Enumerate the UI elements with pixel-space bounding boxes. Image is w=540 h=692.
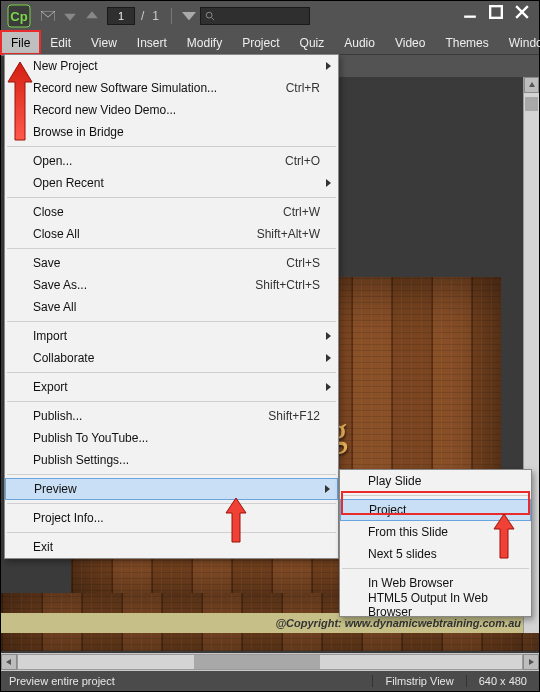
- status-dimensions: 640 x 480: [467, 675, 539, 687]
- file-publish-youtube[interactable]: Publish To YouTube...: [5, 427, 338, 449]
- file-publish-settings[interactable]: Publish Settings...: [5, 449, 338, 471]
- file-open[interactable]: Open...Ctrl+O: [5, 150, 338, 172]
- chevron-right-icon: [324, 351, 332, 365]
- preview-project[interactable]: Project: [340, 499, 531, 521]
- app-logo-icon: Cp: [7, 4, 31, 28]
- scroll-right-icon[interactable]: [523, 654, 539, 670]
- file-export[interactable]: Export: [5, 376, 338, 398]
- file-exit[interactable]: Exit: [5, 536, 338, 558]
- menu-modify[interactable]: Modify: [177, 31, 232, 54]
- mail-icon[interactable]: [41, 9, 55, 23]
- toolbar-separator: [171, 8, 172, 24]
- title-bar: Cp 1 / 1: [1, 1, 539, 31]
- svg-rect-6: [490, 6, 502, 18]
- status-left: Preview entire project: [1, 675, 123, 687]
- file-save-as[interactable]: Save As...Shift+Ctrl+S: [5, 274, 338, 296]
- arrow-up-icon[interactable]: [85, 9, 99, 23]
- minimize-button[interactable]: [463, 5, 477, 19]
- menubar: File Edit View Insert Modify Project Qui…: [1, 31, 539, 55]
- file-save-all[interactable]: Save All: [5, 296, 338, 318]
- svg-rect-5: [464, 16, 476, 18]
- chevron-right-icon: [323, 482, 331, 496]
- close-button[interactable]: [515, 5, 529, 19]
- chevron-right-icon: [324, 59, 332, 73]
- preview-submenu: Play Slide Project From this Slide Next …: [339, 469, 532, 617]
- svg-text:Cp: Cp: [10, 9, 27, 24]
- chevron-right-icon: [324, 329, 332, 343]
- preview-from-slide[interactable]: From this Slide: [340, 521, 531, 543]
- preview-next5[interactable]: Next 5 slides: [340, 543, 531, 565]
- menu-project[interactable]: Project: [232, 31, 289, 54]
- page-sep: /: [141, 9, 144, 23]
- menu-window[interactable]: Window: [499, 31, 540, 54]
- scroll-thumb[interactable]: [525, 97, 538, 111]
- file-project-info[interactable]: Project Info...: [5, 507, 338, 529]
- file-menu: New Project Record new Software Simulati…: [4, 54, 339, 559]
- preview-play-slide[interactable]: Play Slide: [340, 470, 531, 492]
- file-close-all[interactable]: Close AllShift+Alt+W: [5, 223, 338, 245]
- file-collaborate[interactable]: Collaborate: [5, 347, 338, 369]
- arrow-down-icon[interactable]: [63, 9, 77, 23]
- menu-edit[interactable]: Edit: [40, 31, 81, 54]
- menu-themes[interactable]: Themes: [435, 31, 498, 54]
- menu-quiz[interactable]: Quiz: [290, 31, 335, 54]
- file-record-sim[interactable]: Record new Software Simulation...Ctrl+R: [5, 77, 338, 99]
- status-view-mode[interactable]: Filmstrip View: [372, 675, 466, 687]
- dropdown-icon[interactable]: [182, 9, 196, 23]
- menu-insert[interactable]: Insert: [127, 31, 177, 54]
- chevron-right-icon: [324, 176, 332, 190]
- preview-html5[interactable]: HTML5 Output In Web Browser: [340, 594, 531, 616]
- scroll-left-icon[interactable]: [1, 654, 17, 670]
- menu-view[interactable]: View: [81, 31, 127, 54]
- horizontal-scrollbar[interactable]: [1, 653, 539, 671]
- chevron-right-icon: [324, 380, 332, 394]
- page-total: 1: [152, 9, 159, 23]
- svg-line-4: [212, 18, 215, 21]
- file-record-video[interactable]: Record new Video Demo...: [5, 99, 338, 121]
- menu-file[interactable]: File: [1, 31, 40, 54]
- file-publish[interactable]: Publish...Shift+F12: [5, 405, 338, 427]
- file-open-recent[interactable]: Open Recent: [5, 172, 338, 194]
- file-close[interactable]: CloseCtrl+W: [5, 201, 338, 223]
- file-preview[interactable]: Preview: [5, 478, 338, 500]
- hscroll-thumb[interactable]: [194, 655, 320, 669]
- page-current-input[interactable]: 1: [107, 7, 135, 25]
- search-icon: [205, 11, 215, 21]
- svg-point-3: [206, 12, 212, 18]
- file-new-project[interactable]: New Project: [5, 55, 338, 77]
- menu-video[interactable]: Video: [385, 31, 435, 54]
- status-bar: Preview entire project Filmstrip View 64…: [1, 671, 539, 691]
- file-browse-bridge[interactable]: Browse in Bridge: [5, 121, 338, 143]
- menu-audio[interactable]: Audio: [334, 31, 385, 54]
- file-save[interactable]: SaveCtrl+S: [5, 252, 338, 274]
- maximize-button[interactable]: [489, 5, 503, 19]
- search-input[interactable]: [200, 7, 310, 25]
- file-import[interactable]: Import: [5, 325, 338, 347]
- scroll-up-icon[interactable]: [524, 77, 539, 93]
